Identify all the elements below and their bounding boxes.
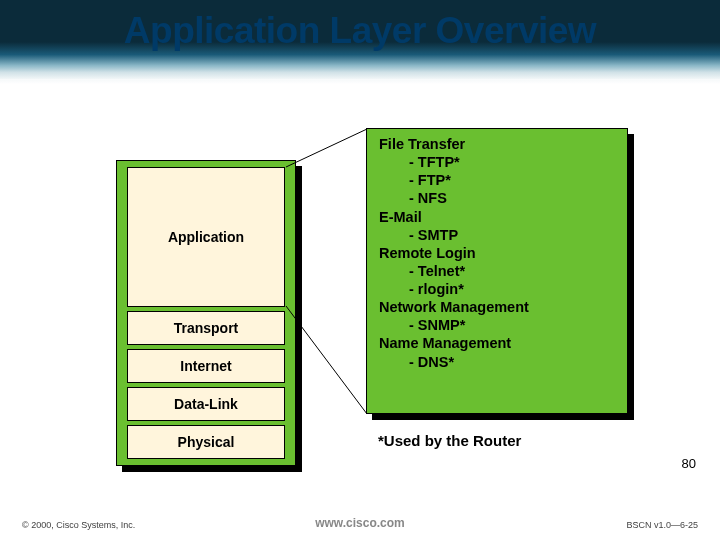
application-callout: File Transfer- TFTP*- FTP*- NFSE-Mail- S…	[366, 128, 628, 414]
callout-item: - FTP*	[379, 171, 617, 189]
callout-item: - TFTP*	[379, 153, 617, 171]
layer-stack-face: Application Transport Internet Data-Link…	[116, 160, 296, 466]
svg-line-0	[286, 129, 367, 167]
callout-item: - rlogin*	[379, 280, 617, 298]
callout-category: E-Mail	[379, 208, 617, 226]
callout-category: Remote Login	[379, 244, 617, 262]
callout-item: - Telnet*	[379, 262, 617, 280]
callout-category: File Transfer	[379, 135, 617, 153]
application-callout-face: File Transfer- TFTP*- FTP*- NFSE-Mail- S…	[366, 128, 628, 414]
callout-category: Network Management	[379, 298, 617, 316]
layer-stack: Application Transport Internet Data-Link…	[116, 160, 296, 466]
footnote: *Used by the Router	[378, 432, 521, 449]
page-number: 80	[682, 456, 696, 471]
layer-internet: Internet	[127, 349, 285, 383]
footer-course-id: BSCN v1.0—6-25	[626, 520, 698, 530]
callout-item: - SMTP	[379, 226, 617, 244]
layer-physical: Physical	[127, 425, 285, 459]
layer-transport: Transport	[127, 311, 285, 345]
callout-item: - DNS*	[379, 353, 617, 371]
layer-datalink: Data-Link	[127, 387, 285, 421]
callout-item: - SNMP*	[379, 316, 617, 334]
page-title: Application Layer Overview	[0, 10, 720, 52]
callout-item: - NFS	[379, 189, 617, 207]
footer-url: www.cisco.com	[0, 516, 720, 530]
layer-application: Application	[127, 167, 285, 307]
callout-category: Name Management	[379, 334, 617, 352]
